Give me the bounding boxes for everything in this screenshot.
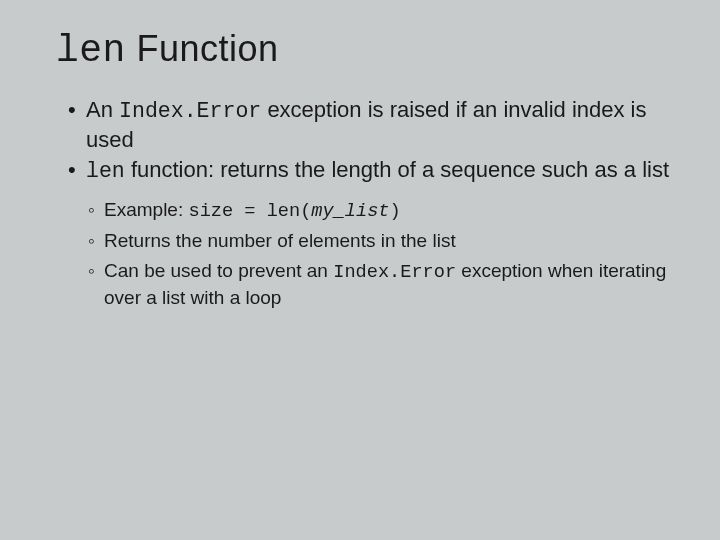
sub-1-label: Example: xyxy=(104,199,188,220)
sub-bullet-1: Example: size = len(my_list) xyxy=(88,197,672,224)
title-code: len xyxy=(56,29,126,72)
sub-3-code: Index.Error xyxy=(333,261,456,283)
sub-1-code-ital: my_list xyxy=(311,200,389,222)
bullet-list: An Index.Error exception is raised if an… xyxy=(68,96,672,185)
sub-3-text-a: Can be used to prevent an xyxy=(104,260,333,281)
slide-title: len Function xyxy=(56,28,672,72)
title-rest: Function xyxy=(126,28,279,69)
sub-bullet-3: Can be used to prevent an Index.Error ex… xyxy=(88,258,672,311)
bullet-1-code: Index.Error xyxy=(119,99,261,123)
sub-1-code-b: ) xyxy=(390,200,401,222)
bullet-1: An Index.Error exception is raised if an… xyxy=(68,96,672,154)
sub-bullet-2: Returns the number of elements in the li… xyxy=(88,228,672,254)
bullet-2-text: function: returns the length of a sequen… xyxy=(125,157,669,182)
slide: len Function An Index.Error exception is… xyxy=(0,0,720,540)
sub-1-code-a: size = len( xyxy=(188,200,311,222)
sub-2-text: Returns the number of elements in the li… xyxy=(104,230,456,251)
sub-bullet-list: Example: size = len(my_list) Returns the… xyxy=(88,197,672,311)
bullet-2-code: len xyxy=(86,159,125,183)
bullet-2: len function: returns the length of a se… xyxy=(68,156,672,186)
bullet-1-text-a: An xyxy=(86,97,119,122)
